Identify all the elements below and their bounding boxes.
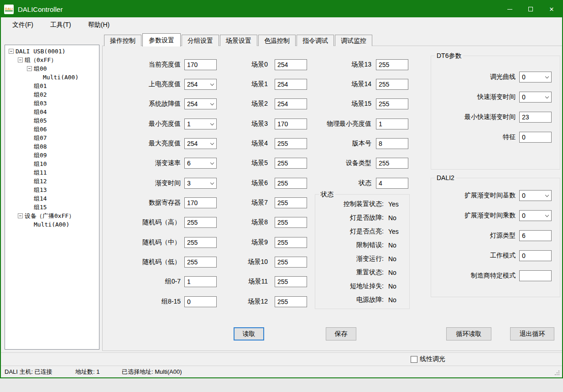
field-value-input[interactable] <box>519 270 552 281</box>
field-value-input[interactable] <box>519 132 552 143</box>
field-control[interactable] <box>519 92 552 103</box>
field-control[interactable] <box>275 257 307 268</box>
tab[interactable]: 色温控制 <box>258 35 296 46</box>
tree-node[interactable]: 组13 <box>5 186 99 194</box>
tree-node[interactable]: 组09 <box>5 151 99 160</box>
loop-read-button[interactable]: 循环读取 <box>446 327 491 340</box>
menu-item[interactable]: 帮助(H) <box>83 19 114 31</box>
field-control[interactable] <box>184 98 217 109</box>
field-control[interactable] <box>519 190 552 201</box>
field-value-input[interactable] <box>275 98 307 109</box>
tree-node[interactable]: 组06 <box>5 125 99 134</box>
tree-collapse-icon[interactable] <box>18 213 23 218</box>
tree-node[interactable]: 组02 <box>5 90 99 99</box>
tree-node[interactable]: 设备（广播0xFF） <box>5 211 99 220</box>
field-value-input[interactable] <box>376 59 408 70</box>
field-control[interactable] <box>519 112 552 123</box>
tree-node[interactable]: DALI USB(0001) <box>5 47 99 56</box>
close-button[interactable]: ✕ <box>541 1 562 17</box>
tree-node[interactable]: 组08 <box>5 142 99 151</box>
field-control[interactable] <box>376 138 408 149</box>
field-value-input[interactable] <box>275 257 307 268</box>
field-control[interactable] <box>275 197 307 208</box>
field-control[interactable] <box>184 217 217 228</box>
tree-node[interactable]: 组（0xFF） <box>5 56 99 64</box>
field-value-input[interactable] <box>184 257 217 268</box>
field-control[interactable] <box>275 237 307 248</box>
field-control[interactable] <box>519 250 552 261</box>
tree-node[interactable]: 组00 <box>5 64 99 73</box>
field-value-input[interactable] <box>275 217 307 228</box>
tab[interactable]: 指令调试 <box>297 35 334 46</box>
field-value-input[interactable] <box>376 79 408 90</box>
field-value-input[interactable] <box>519 112 552 123</box>
field-value-input[interactable] <box>184 197 217 208</box>
tree-collapse-icon[interactable] <box>18 57 23 62</box>
field-value-input[interactable] <box>519 230 552 241</box>
field-control[interactable] <box>184 237 217 248</box>
tab[interactable]: 参数设置 <box>142 33 181 46</box>
device-tree[interactable]: DALI USB(0001) 组（0xFF） 组00 Multi(A00) 组0… <box>5 45 99 350</box>
field-value-input[interactable] <box>275 119 307 129</box>
field-control[interactable] <box>184 197 217 208</box>
field-value-input[interactable] <box>184 59 217 70</box>
field-value-input[interactable] <box>275 276 307 287</box>
field-value-input[interactable] <box>275 197 307 208</box>
field-control[interactable] <box>275 158 307 169</box>
field-control[interactable] <box>184 79 217 90</box>
field-control[interactable] <box>275 276 307 287</box>
field-value-input[interactable] <box>275 138 307 149</box>
field-value-input[interactable] <box>376 158 408 169</box>
maximize-button[interactable] <box>520 1 541 17</box>
tree-node[interactable]: 组07 <box>5 134 99 142</box>
tab[interactable]: 分组设置 <box>182 35 219 46</box>
field-control[interactable] <box>275 59 307 70</box>
tree-collapse-icon[interactable] <box>9 49 14 54</box>
field-control[interactable] <box>184 276 217 287</box>
menu-item[interactable]: 工具(T) <box>46 19 76 31</box>
field-value-input[interactable] <box>275 79 307 90</box>
linear-dimming-option[interactable]: 线性调光 <box>411 355 445 363</box>
checkbox-icon[interactable] <box>411 356 417 363</box>
field-value-input[interactable] <box>519 250 552 261</box>
resize-grip-icon[interactable] <box>554 370 560 376</box>
tree-node[interactable]: 组10 <box>5 160 99 168</box>
field-control[interactable] <box>519 132 552 143</box>
field-value-input[interactable] <box>376 138 408 149</box>
tab[interactable]: 操作控制 <box>104 35 141 46</box>
field-control[interactable] <box>519 210 552 221</box>
field-control[interactable] <box>275 79 307 90</box>
field-value-input[interactable] <box>275 59 307 70</box>
field-control[interactable] <box>184 138 217 149</box>
field-control[interactable] <box>376 59 408 70</box>
field-control[interactable] <box>376 79 408 90</box>
field-control[interactable] <box>275 98 307 109</box>
tree-node[interactable]: 组03 <box>5 99 99 108</box>
tree-node[interactable]: 组05 <box>5 116 99 125</box>
field-value-input[interactable] <box>184 237 217 248</box>
field-value-input[interactable] <box>275 158 307 169</box>
tree-node[interactable]: 组15 <box>5 203 99 211</box>
tree-node[interactable]: 组04 <box>5 108 99 116</box>
field-control[interactable] <box>376 119 408 129</box>
field-value-input[interactable] <box>184 296 217 307</box>
field-control[interactable] <box>376 178 408 189</box>
minimize-button[interactable] <box>499 1 520 17</box>
field-control[interactable] <box>184 158 217 169</box>
field-value-input[interactable] <box>184 276 217 287</box>
tab[interactable]: 场景设置 <box>220 35 257 46</box>
exit-loop-button[interactable]: 退出循环 <box>510 327 554 340</box>
tree-node[interactable]: 组01 <box>5 82 99 90</box>
tree-node[interactable]: 组11 <box>5 168 99 177</box>
field-control[interactable] <box>275 178 307 189</box>
field-value-input[interactable] <box>376 119 408 129</box>
field-control[interactable] <box>376 98 408 109</box>
tree-node[interactable]: Multi(A00) <box>5 73 99 82</box>
field-control[interactable] <box>519 270 552 281</box>
field-control[interactable] <box>184 257 217 268</box>
field-control[interactable] <box>184 178 217 189</box>
field-control[interactable] <box>376 158 408 169</box>
field-control[interactable] <box>275 119 307 129</box>
tree-collapse-icon[interactable] <box>27 66 32 71</box>
field-value-input[interactable] <box>275 296 307 307</box>
